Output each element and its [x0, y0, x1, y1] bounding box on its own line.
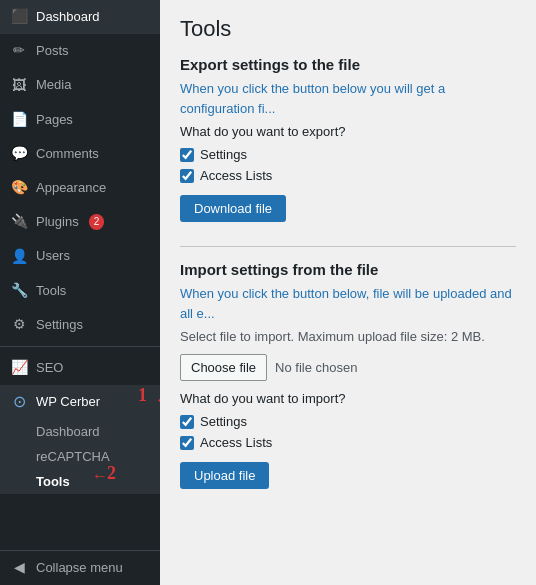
import-settings-row: Settings: [180, 414, 516, 429]
sidebar-item-appearance[interactable]: 🎨 Appearance: [0, 171, 160, 205]
import-access-label: Access Lists: [200, 435, 272, 450]
wpcerber-icon: ⊙: [10, 393, 28, 411]
wpcerber-sub-recaptcha[interactable]: reCAPTCHA: [0, 444, 160, 469]
sidebar-item-label: Media: [36, 76, 71, 94]
dashboard-icon: ⬛: [10, 8, 28, 26]
pages-icon: 📄: [10, 111, 28, 129]
tools-icon: 🔧: [10, 282, 28, 300]
sidebar-item-label: Tools: [36, 282, 66, 300]
sidebar-item-settings[interactable]: ⚙ Settings: [0, 308, 160, 342]
export-title: Export settings to the file: [180, 56, 516, 73]
import-desc: When you click the button below, file wi…: [180, 284, 516, 323]
settings-icon: ⚙: [10, 316, 28, 334]
posts-icon: ✏: [10, 42, 28, 60]
collapse-label: Collapse menu: [36, 559, 123, 577]
users-icon: 👤: [10, 247, 28, 265]
wpcerber-section: ⊙ WP Cerber ← 1 Dashboard reCAPTCHA Tool…: [0, 385, 160, 494]
file-input-row: Choose file No file chosen: [180, 354, 516, 381]
appearance-icon: 🎨: [10, 179, 28, 197]
import-section: Import settings from the file When you c…: [180, 261, 516, 503]
wpcerber-sub-dashboard[interactable]: Dashboard: [0, 419, 160, 444]
annotation-number-1: 1: [138, 383, 147, 408]
import-access-row: Access Lists: [180, 435, 516, 450]
sidebar-item-label: Posts: [36, 42, 69, 60]
sidebar-item-pages[interactable]: 📄 Pages: [0, 103, 160, 137]
sidebar-item-dashboard[interactable]: ⬛ Dashboard: [0, 0, 160, 34]
page-title: Tools: [180, 16, 516, 42]
sidebar-item-posts[interactable]: ✏ Posts: [0, 34, 160, 68]
sidebar-item-label: Plugins: [36, 213, 79, 231]
sidebar-item-label: WP Cerber: [36, 393, 100, 411]
export-desc: When you click the button below you will…: [180, 79, 516, 118]
sidebar-item-seo[interactable]: 📈 SEO: [0, 351, 160, 385]
export-question: What do you want to export?: [180, 124, 516, 139]
sidebar-item-label: Appearance: [36, 179, 106, 197]
plugins-badge: 2: [89, 214, 105, 230]
import-settings-label: Settings: [200, 414, 247, 429]
export-section: Export settings to the file When you cli…: [180, 56, 516, 236]
import-access-checkbox[interactable]: [180, 436, 194, 450]
media-icon: 🖼: [10, 76, 28, 94]
sidebar-item-label: Comments: [36, 145, 99, 163]
export-access-label: Access Lists: [200, 168, 272, 183]
sidebar-item-label: Dashboard: [36, 8, 100, 26]
wpcerber-sub-tools[interactable]: Tools ← 2: [0, 469, 160, 494]
sidebar-item-label: Pages: [36, 111, 73, 129]
sidebar-item-label: Users: [36, 247, 70, 265]
sidebar-item-media[interactable]: 🖼 Media: [0, 68, 160, 102]
annotation-arrow-2: ←: [92, 467, 108, 485]
download-file-button[interactable]: Download file: [180, 195, 286, 222]
upload-size-note: Select file to import. Maximum upload fi…: [180, 329, 516, 344]
import-title: Import settings from the file: [180, 261, 516, 278]
choose-file-button[interactable]: Choose file: [180, 354, 267, 381]
sidebar-item-tools[interactable]: 🔧 Tools: [0, 274, 160, 308]
sidebar-divider: [0, 346, 160, 347]
sidebar-item-wpcerber[interactable]: ⊙ WP Cerber ← 1: [0, 385, 160, 419]
wpcerber-sub-label: Dashboard: [36, 424, 100, 439]
sidebar-item-comments[interactable]: 💬 Comments: [0, 137, 160, 171]
annotation-number-2: 2: [107, 463, 116, 484]
plugins-icon: 🔌: [10, 213, 28, 231]
sidebar-item-label: Settings: [36, 316, 83, 334]
import-question: What do you want to import?: [180, 391, 516, 406]
export-access-row: Access Lists: [180, 168, 516, 183]
sidebar-item-plugins[interactable]: 🔌 Plugins 2: [0, 205, 160, 239]
collapse-menu-button[interactable]: ◀ Collapse menu: [0, 550, 160, 585]
wpcerber-sub-label: Tools: [36, 474, 70, 489]
export-settings-checkbox[interactable]: [180, 148, 194, 162]
no-file-label: No file chosen: [275, 360, 357, 375]
seo-icon: 📈: [10, 359, 28, 377]
sidebar-item-label: SEO: [36, 359, 63, 377]
export-settings-row: Settings: [180, 147, 516, 162]
sidebar: ⬛ Dashboard ✏ Posts 🖼 Media 📄 Pages 💬 Co…: [0, 0, 160, 585]
collapse-icon: ◀: [10, 559, 28, 577]
main-content: Tools Export settings to the file When y…: [160, 0, 536, 585]
import-settings-checkbox[interactable]: [180, 415, 194, 429]
export-settings-label: Settings: [200, 147, 247, 162]
upload-file-button[interactable]: Upload file: [180, 462, 269, 489]
wpcerber-sub-label: reCAPTCHA: [36, 449, 110, 464]
section-divider: [180, 246, 516, 247]
sidebar-item-users[interactable]: 👤 Users: [0, 239, 160, 273]
export-access-checkbox[interactable]: [180, 169, 194, 183]
comments-icon: 💬: [10, 145, 28, 163]
annotation-arrow-1: ←: [155, 389, 160, 411]
